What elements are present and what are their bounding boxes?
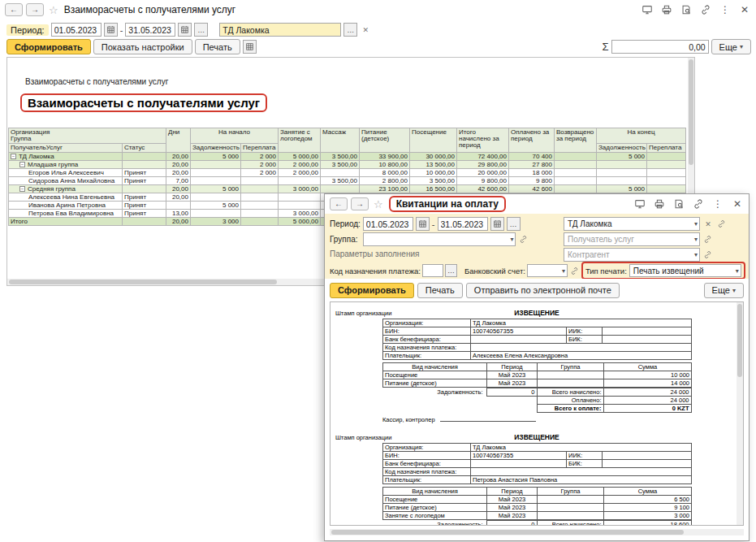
generate-button[interactable]: Сформировать bbox=[330, 283, 414, 298]
scrollbar-thumb[interactable] bbox=[9, 280, 277, 284]
organization-select-button[interactable]: … bbox=[343, 23, 357, 37]
recipient-placeholder: Получатель услуг bbox=[568, 235, 634, 244]
generate-button[interactable]: Сформировать bbox=[6, 39, 91, 54]
table-icon[interactable] bbox=[243, 40, 257, 54]
kebab-menu-icon[interactable]: ⋮ bbox=[719, 3, 732, 16]
organization-combo[interactable]: ТД Лакомка ▾ bbox=[564, 217, 700, 231]
stamp-label: Штамп организации bbox=[335, 310, 391, 317]
table-row[interactable]: Сидорова Анна МихайловнаПринят7,003 500,… bbox=[9, 177, 686, 185]
main-titlebar: ← → ☆ Взаиморасчеты с получателями услуг… bbox=[0, 0, 756, 20]
receipt-header: ИЗВЕЩЕНИЕ bbox=[382, 309, 691, 317]
open-link-icon[interactable] bbox=[716, 219, 727, 229]
receipts-filter-panel: Период: - … ТД Лакомка ▾ ✕ Группа: ▾ bbox=[325, 214, 749, 279]
chevron-down-icon[interactable]: ▾ bbox=[694, 233, 698, 245]
print-button[interactable]: Печать bbox=[195, 39, 240, 54]
scrollbar-thumb[interactable] bbox=[331, 530, 684, 535]
period-label: Период: bbox=[6, 24, 49, 36]
autosum-field[interactable] bbox=[611, 40, 709, 54]
payment-code-label: Код назначения платежа: bbox=[330, 267, 421, 275]
sum-sigma-icon[interactable]: Σ bbox=[603, 41, 609, 53]
chevron-down-icon[interactable]: ▾ bbox=[562, 265, 565, 276]
col-overpay-end: Переплата bbox=[647, 144, 686, 153]
open-link-icon[interactable] bbox=[569, 266, 580, 276]
recipient-combo[interactable]: Получатель услуг ▾ bbox=[564, 232, 700, 246]
col-org: Организация bbox=[11, 129, 164, 136]
organization-clear-icon[interactable]: ✕ bbox=[702, 218, 714, 230]
period-options-button[interactable]: … bbox=[194, 23, 208, 37]
kebab-menu-icon[interactable]: ⋮ bbox=[711, 197, 724, 210]
period-to-input[interactable] bbox=[125, 23, 175, 37]
scrollbar-thumb[interactable] bbox=[689, 59, 693, 165]
back-button[interactable]: ← bbox=[5, 3, 23, 16]
organization-clear-icon[interactable]: ✕ bbox=[360, 24, 371, 36]
bank-account-label: Банковский счет: bbox=[464, 267, 525, 275]
monitor-icon[interactable] bbox=[641, 3, 654, 16]
calendar-icon[interactable] bbox=[178, 23, 192, 37]
calendar-icon[interactable] bbox=[416, 217, 430, 231]
period-to-input[interactable] bbox=[438, 217, 488, 231]
organization-filter-input[interactable] bbox=[219, 23, 341, 37]
more-button[interactable]: Еще ▾ bbox=[704, 283, 744, 298]
close-icon[interactable]: ✕ bbox=[738, 3, 751, 16]
print-icon[interactable] bbox=[653, 197, 666, 210]
back-button[interactable]: ← bbox=[330, 197, 348, 210]
report-doc-header: Взаиморасчеты с получателями услуг bbox=[25, 77, 168, 86]
collapse-expander-icon[interactable]: − bbox=[19, 186, 25, 192]
period-from-input[interactable] bbox=[51, 23, 102, 37]
open-link-icon[interactable] bbox=[518, 234, 529, 245]
link-icon[interactable] bbox=[692, 197, 705, 210]
close-icon[interactable]: ✕ bbox=[731, 197, 744, 210]
send-email-button[interactable]: Отправить по электронной почте bbox=[466, 283, 620, 298]
receipts-horizontal-scrollbar[interactable] bbox=[330, 529, 744, 535]
col-debt-start: Задолженность bbox=[191, 144, 241, 153]
stamp-label: Штамп организации bbox=[335, 434, 391, 441]
open-link-icon[interactable] bbox=[702, 249, 713, 260]
period-options-button[interactable]: … bbox=[507, 217, 521, 231]
preview-icon[interactable] bbox=[672, 197, 685, 210]
show-settings-button[interactable]: Показать настройки bbox=[93, 39, 192, 54]
more-button-label: Еще bbox=[712, 285, 730, 295]
table-row[interactable]: −Средняя группа20,005 0003 000,0023 100,… bbox=[9, 185, 686, 193]
collapse-expander-icon[interactable]: − bbox=[19, 162, 25, 167]
main-titlebar-icons: ⋮ ✕ bbox=[641, 3, 751, 16]
period-dash: - bbox=[432, 219, 435, 229]
table-row[interactable]: −Младшая группа20,002 0002 000,003 500,0… bbox=[9, 161, 686, 169]
print-icon[interactable] bbox=[660, 3, 673, 16]
receipts-titlebar-icons: ⋮ ✕ bbox=[633, 197, 744, 210]
favorite-star-icon[interactable]: ☆ bbox=[49, 4, 58, 16]
link-icon[interactable] bbox=[699, 3, 712, 16]
more-button[interactable]: Еще ▾ bbox=[711, 39, 751, 54]
payment-code-select-button[interactable]: … bbox=[445, 264, 457, 277]
print-type-group: Тип печати: Печать извещений ▾ bbox=[581, 262, 745, 279]
calendar-icon[interactable] bbox=[490, 217, 504, 231]
bank-account-combo[interactable]: ▾ bbox=[527, 264, 568, 277]
print-button[interactable]: Печать bbox=[417, 283, 463, 298]
receipts-vertical-scrollbar[interactable] bbox=[737, 302, 743, 525]
payment-code-input[interactable] bbox=[422, 264, 443, 277]
group-combo[interactable]: ▾ bbox=[363, 232, 516, 246]
favorite-star-icon[interactable]: ☆ bbox=[374, 198, 383, 210]
chevron-down-icon[interactable]: ▾ bbox=[736, 265, 739, 276]
period-from-input[interactable] bbox=[363, 217, 413, 231]
table-row[interactable]: Егоров Илья АлексеевичПринят20,002 0002 … bbox=[9, 169, 686, 177]
collapse-expander-icon[interactable]: − bbox=[11, 154, 16, 159]
col-group: Группа bbox=[11, 136, 164, 142]
monitor-icon[interactable] bbox=[633, 197, 646, 210]
payment-receipts-window: ← → ☆ Квитанции на оплату ⋮ ✕ Период: - … bbox=[324, 193, 750, 541]
chevron-down-icon[interactable]: ▾ bbox=[510, 233, 513, 245]
forward-button[interactable]: → bbox=[351, 197, 369, 210]
chevron-down-icon[interactable]: ▾ bbox=[694, 249, 698, 261]
col-debt-end: Задолженность bbox=[597, 144, 647, 153]
table-row[interactable]: −ТД Лакомка20,005 0002 0005 000,003 500,… bbox=[9, 153, 686, 161]
col-overpay-start: Переплата bbox=[241, 144, 279, 153]
counterparty-combo[interactable]: Контрагент ▾ bbox=[564, 248, 700, 262]
main-sum-area: Σ Еще ▾ bbox=[603, 39, 751, 54]
open-link-icon[interactable] bbox=[702, 234, 713, 245]
calendar-icon[interactable] bbox=[104, 23, 118, 37]
print-type-combo[interactable]: Печать извещений ▾ bbox=[629, 264, 741, 277]
receipts-window-title: Квитанции на оплату bbox=[389, 196, 506, 212]
forward-button[interactable]: → bbox=[26, 3, 44, 16]
chevron-down-icon[interactable]: ▾ bbox=[694, 218, 698, 230]
scrollbar-thumb[interactable] bbox=[737, 304, 742, 377]
preview-icon[interactable] bbox=[680, 3, 693, 16]
